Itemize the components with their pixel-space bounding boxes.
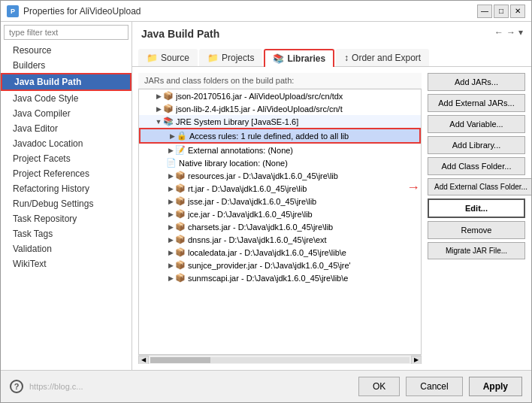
tree-container: JARs and class folders on the build path… — [138, 73, 422, 364]
sidebar-item-project-facets[interactable]: Project Facets — [1, 151, 131, 166]
expand-toggle[interactable]: ▶ — [166, 249, 175, 256]
tree-item-jce-jar[interactable]: ▶ 📦 jce.jar - D:\Java\jdk1.6.0_45\jre\li… — [139, 208, 421, 220]
sidebar-item-java-code-style[interactable]: Java Code Style — [1, 91, 131, 106]
sidebar-item-java-editor[interactable]: Java Editor — [1, 121, 131, 136]
apply-button[interactable]: Apply — [469, 377, 522, 396]
tree-item-ext-annotations[interactable]: ▶ 📝 External annotations: (None) — [139, 144, 421, 156]
tree-item-label: charsets.jar - D:\Java\jdk1.6.0_45\jre\l… — [188, 223, 333, 232]
sidebar-item-builders[interactable]: Builders — [1, 58, 131, 73]
tree-item-resources-jar[interactable]: ▶ 📦 resources.jar - D:\Java\jdk1.6.0_45\… — [139, 169, 421, 182]
add-jars-button[interactable]: Add JARs... — [428, 73, 525, 91]
access-icon: 🔒 — [177, 131, 187, 141]
sidebar-item-refactoring-history[interactable]: Refactoring History — [1, 181, 131, 196]
jar-icon: 📦 — [175, 209, 186, 219]
tree-item-label: json-20170516.jar - AliVideoUpload/src/c… — [176, 92, 343, 101]
sidebar-item-task-tags[interactable]: Task Tags — [1, 226, 131, 241]
tree-item-access-rules[interactable]: ▶ 🔒 Access rules: 1 rule defined, added … — [139, 128, 421, 144]
sidebar-item-validation[interactable]: Validation — [1, 241, 131, 256]
remove-button[interactable]: Remove — [428, 221, 525, 239]
close-button[interactable]: ✕ — [510, 5, 525, 18]
tree-item-json2[interactable]: ▶ 📦 json-lib-2.4-jdk15.jar - AliVideoUpl… — [139, 102, 421, 115]
expand-toggle[interactable]: ▶ — [154, 105, 163, 113]
tree-item-charsets-jar[interactable]: ▶ 📦 charsets.jar - D:\Java\jdk1.6.0_45\j… — [139, 220, 421, 233]
watermark-text: https://blog.c... — [29, 382, 83, 391]
tab-projects-label: Projects — [222, 53, 254, 63]
add-class-folder-button[interactable]: Add Class Folder... — [428, 157, 525, 175]
jar-icon: 📦 — [175, 273, 186, 283]
tree-item-dnsns-jar[interactable]: ▶ 📦 dnsns.jar - D:\Java\jdk1.6.0_45\jre\… — [139, 233, 421, 246]
sidebar-item-java-compiler[interactable]: Java Compiler — [1, 106, 131, 121]
add-library-button[interactable]: Add Library... — [428, 136, 525, 154]
tab-projects[interactable]: 📁 Projects — [199, 49, 262, 66]
sidebar-item-project-references[interactable]: Project References — [1, 166, 131, 181]
dropdown-icon[interactable]: ▾ — [518, 27, 523, 38]
horizontal-scrollbar[interactable]: ◀ ▶ — [138, 355, 422, 364]
tree-item-label: sunjce_provider.jar - D:\Java\jdk1.6.0_4… — [188, 261, 351, 270]
tab-source[interactable]: 📁 Source — [138, 49, 198, 66]
tree-item-label: Access rules: 1 rule defined, added to a… — [189, 132, 349, 141]
expand-toggle[interactable]: ▶ — [166, 147, 175, 154]
tree-item-label: json-lib-2.4-jdk15.jar - AliVideoUpload/… — [176, 105, 343, 114]
expand-toggle[interactable]: ▶ — [166, 274, 175, 282]
help-icon[interactable]: ? — [10, 380, 23, 393]
forward-icon[interactable]: → — [506, 27, 515, 38]
scrollbar-track[interactable] — [150, 357, 410, 363]
sidebar-item-run-debug-settings[interactable]: Run/Debug Settings — [1, 196, 131, 211]
scroll-left-button[interactable]: ◀ — [138, 356, 149, 365]
expand-toggle[interactable]: ▶ — [166, 185, 175, 192]
expand-toggle[interactable]: ▶ — [166, 223, 175, 231]
scrollbar-thumb[interactable] — [150, 357, 210, 363]
cancel-button[interactable]: Cancel — [406, 377, 462, 396]
tree-item-localedata-jar[interactable]: ▶ 📦 localedata.jar - D:\Java\jdk1.6.0_45… — [139, 246, 421, 259]
title-bar-left: P Properties for AliVideoUpload — [7, 5, 141, 17]
scroll-right-button[interactable]: ▶ — [411, 356, 422, 365]
tab-order-export-label: Order and Export — [352, 53, 421, 63]
tab-libraries-label: Libraries — [287, 53, 325, 64]
back-icon[interactable]: ← — [494, 27, 503, 38]
tree-item-jre[interactable]: ▼ 📚 JRE System Library [JavaSE-1.6] — [139, 115, 421, 128]
minimize-button[interactable]: — — [477, 5, 492, 18]
tab-source-label: Source — [161, 53, 189, 63]
tree-item-rt-jar[interactable]: ▶ 📦 rt.jar - D:\Java\jdk1.6.0_45\jre\lib — [139, 182, 421, 195]
sidebar-item-wikitext[interactable]: WikiText — [1, 256, 131, 271]
jar-icon: 📦 — [175, 235, 186, 244]
expand-toggle[interactable]: ▼ — [154, 118, 163, 126]
sidebar-item-resource[interactable]: Resource — [1, 43, 131, 58]
migrate-jar-button[interactable]: Migrate JAR File... — [428, 242, 525, 259]
order-export-tab-icon: ↕ — [344, 53, 349, 63]
expand-toggle[interactable]: ▶ — [166, 262, 175, 269]
sidebar-item-javadoc-location[interactable]: Javadoc Location — [1, 136, 131, 151]
edit-button[interactable]: Edit... — [428, 198, 525, 218]
tree-view[interactable]: ▶ 📦 json-20170516.jar - AliVideoUpload/s… — [138, 89, 422, 355]
jar-icon: 📦 — [175, 222, 186, 232]
expand-toggle[interactable]: ▶ — [166, 172, 175, 180]
tab-libraries[interactable]: 📚 Libraries — [264, 49, 334, 67]
sidebar-item-java-build-path[interactable]: Java Build Path — [1, 73, 131, 91]
tree-item-native-lib[interactable]: 📄 Native library location: (None) — [139, 156, 421, 169]
jar-icon: 📦 — [163, 104, 174, 114]
tree-item-label: resources.jar - D:\Java\jdk1.6.0_45\jre\… — [188, 171, 338, 180]
add-variable-button[interactable]: Add Variable... — [428, 115, 525, 133]
main-body: JARs and class folders on the build path… — [132, 67, 531, 370]
add-external-class-folder-button[interactable]: Add External Class Folder... — [428, 178, 531, 195]
tree-item-label: jce.jar - D:\Java\jdk1.6.0_45\jre\lib — [188, 210, 313, 219]
ok-button[interactable]: OK — [358, 377, 400, 396]
tree-item-label: rt.jar - D:\Java\jdk1.6.0_45\jre\lib — [188, 184, 307, 193]
maximize-button[interactable]: □ — [494, 5, 509, 18]
expand-toggle[interactable]: ▶ — [168, 132, 177, 140]
expand-toggle[interactable]: ▶ — [166, 211, 175, 218]
tree-item-sunjce-jar[interactable]: ▶ 📦 sunjce_provider.jar - D:\Java\jdk1.6… — [139, 259, 421, 271]
tab-order-export[interactable]: ↕ Order and Export — [336, 49, 429, 66]
expand-toggle[interactable]: ▶ — [166, 198, 175, 205]
tree-item-jsse-jar[interactable]: ▶ 📦 jsse.jar - D:\Java\jdk1.6.0_45\jre\l… — [139, 195, 421, 208]
expand-toggle[interactable]: ▶ — [166, 236, 175, 244]
tree-item-label: Native library location: (None) — [179, 159, 288, 168]
tree-item-label: jsse.jar - D:\Java\jdk1.6.0_45\jre\lib — [188, 197, 316, 206]
source-tab-icon: 📁 — [147, 53, 158, 63]
add-external-jars-button[interactable]: Add External JARs... — [428, 94, 525, 112]
expand-toggle[interactable]: ▶ — [154, 92, 163, 100]
tree-item-json1[interactable]: ▶ 📦 json-20170516.jar - AliVideoUpload/s… — [139, 89, 421, 102]
filter-input[interactable] — [4, 25, 128, 40]
sidebar-item-task-repository[interactable]: Task Repository — [1, 211, 131, 226]
tree-item-sunmscapi-jar[interactable]: ▶ 📦 sunmscapi.jar - D:\Java\jdk1.6.0_45\… — [139, 271, 421, 284]
